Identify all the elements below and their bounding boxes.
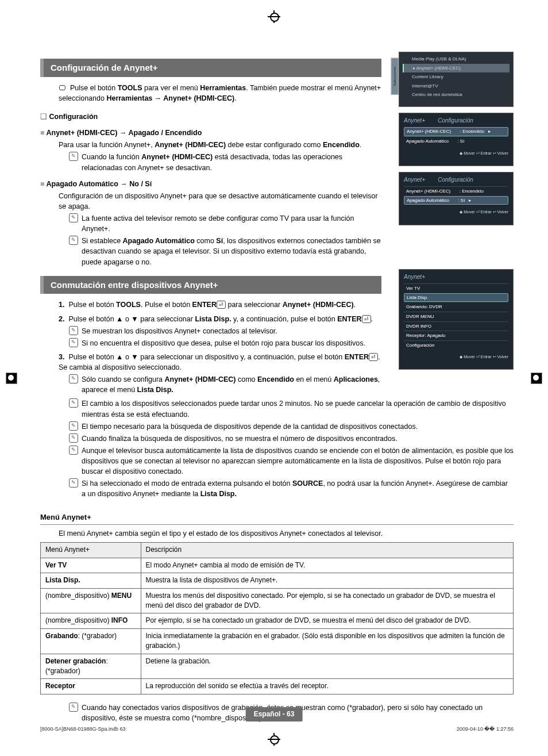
- step-3: 3. Pulse el botón ▲ o ▼ para seleccionar…: [59, 352, 381, 373]
- general-note-2: ✎El tiempo necesario para la búsqueda de…: [69, 421, 514, 432]
- step2-note1: ✎Se muestran los dispositivos Anynet+ co…: [69, 326, 381, 336]
- page-number: Español - 63: [246, 707, 303, 722]
- config-shot-1: Anynet+ Configuración Anynet+ (HDMI-CEC)…: [399, 113, 514, 166]
- step-2: 2. Pulse el botón ▲ o ▼ para seleccionar…: [59, 314, 381, 324]
- config-subhead: Configuración: [40, 112, 381, 122]
- intro-text: 🖵 Pulse el botón TOOLS para ver el menú …: [59, 83, 381, 103]
- app-menu-shot: Aplicaciones Media Play (USB & DLNA) ▸ A…: [399, 52, 514, 107]
- config-shot-2: Anynet+ Configuración Anynet+ (HDMI-CEC)…: [399, 172, 514, 225]
- step3-note: ✎Sólo cuando se configura Anynet+ (HDMI-…: [69, 374, 381, 395]
- general-note-4: ✎Aunque el televisor busca automáticamen…: [69, 446, 514, 477]
- general-note-5: ✎Si ha seleccionado el modo de entrada e…: [69, 478, 514, 499]
- sec2-text: Configuración de un dispositivo Anynet+ …: [59, 191, 381, 212]
- sec1-title: Anynet+ (HDMI-CEC) → Apagado / Encendido: [40, 128, 381, 138]
- sec2-note2: ✎Si establece Apagado Automático como Sí…: [69, 236, 381, 267]
- menu-heading: Menú Anynet+: [40, 512, 514, 525]
- section-heading-2: Conmutación entre dispositivos Anynet+: [40, 276, 381, 294]
- footer-left: [8000-SA]BN68-01988G-Spa.indb 63: [40, 726, 126, 733]
- section-heading: Configuración de Anynet+: [40, 59, 381, 77]
- sec2-note1: ✎La fuente activa del televisor remoto s…: [69, 213, 381, 234]
- step2-note2: ✎Si no encuentra el dispositivo que dese…: [69, 338, 381, 348]
- sec2-title: Apagado Automático → No / Sí: [40, 179, 381, 189]
- general-note-1: ✎El cambio a los dispositivos selecciona…: [69, 398, 514, 419]
- menu-sub: El menú Anynet+ cambia según el tipo y e…: [59, 528, 514, 539]
- sec1-note: ✎Cuando la función Anynet+ (HDMI-CEC) es…: [69, 152, 381, 172]
- sec1-text: Para usar la función Anynet+, Anynet+ (H…: [59, 140, 381, 150]
- step-1: 1. Pulse el botón TOOLS. Pulse el botón …: [59, 300, 381, 310]
- anynet-menu-table: Menú Anynet+Descripción Ver TVEl modo An…: [40, 542, 514, 694]
- general-note-3: ✎Cuando finaliza la búsqueda de disposit…: [69, 433, 514, 444]
- footer-right: 2009-04-10 �� 1:27:56: [457, 726, 514, 733]
- device-list-shot: Anynet+ Ver TV Lista Disp. Grabando: DVD…: [399, 269, 514, 370]
